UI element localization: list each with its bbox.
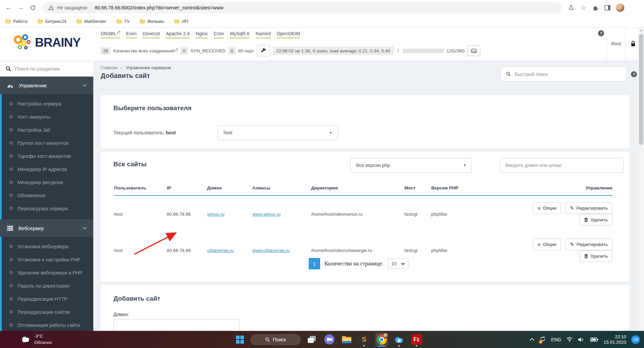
quick-search[interactable]	[501, 67, 627, 82]
per-page-select[interactable]: 10	[388, 259, 408, 269]
bookmark-folder[interactable]: TV	[116, 19, 130, 24]
delete-button[interactable]: Удалить	[580, 250, 612, 262]
current-user-root[interactable]: Root	[607, 41, 625, 46]
sidebar-item-host-groups[interactable]: Группы хост-аккаунтов	[2, 136, 93, 149]
bookmark-star-icon[interactable]: ☆	[580, 4, 587, 11]
nav-exim[interactable]: Exim	[126, 31, 137, 38]
alias-link[interactable]: www.serius.ru	[252, 212, 281, 217]
bookmark-folder[interactable]: MailSender	[77, 19, 106, 24]
scrollbar-thumb[interactable]	[639, 34, 643, 145]
options-button[interactable]: ≡Опции	[533, 202, 561, 214]
search-icon	[506, 72, 511, 77]
connections-label[interactable]: Количество всех соединений	[113, 48, 178, 53]
battery-icon[interactable]	[590, 337, 598, 342]
search-help-icon[interactable]: ?	[631, 71, 637, 77]
tray-time: 22:10	[603, 334, 626, 340]
start-button[interactable]	[234, 334, 246, 345]
sidebar-item-directory-password[interactable]: Пароль на директорию	[2, 279, 93, 292]
domain-link[interactable]: urbasergei.ru	[207, 248, 234, 253]
sidebar-panel-icon[interactable]	[604, 4, 611, 11]
weather-widget[interactable]: -3°C Облачно	[20, 333, 52, 346]
nav-apache[interactable]: Apache 2.4	[166, 31, 190, 38]
language-indicator[interactable]: ENG	[551, 337, 561, 342]
caret-down-icon: ▼	[463, 164, 466, 167]
address-bar[interactable]: Не защищено | 80.66.78.66:8002/index.php…	[43, 2, 561, 13]
sidebar-item-site-redirect[interactable]: Переадресация сайтов	[2, 305, 93, 318]
nav-opendkim[interactable]: OpenDKIM	[277, 31, 300, 38]
domain-link[interactable]: serius.ru	[207, 212, 225, 217]
extensions-icon[interactable]	[592, 4, 599, 11]
wifi-icon[interactable]	[566, 337, 573, 342]
alias-link[interactable]: www.urbasergei.ru	[252, 248, 290, 253]
task-view-button[interactable]	[305, 333, 318, 347]
sidebar-section-webserver[interactable]: Вебсервер	[0, 219, 93, 237]
sync-tray-icon[interactable]	[539, 336, 546, 343]
clock[interactable]: 22:10 15.01.2023	[603, 334, 626, 345]
sidebar-item-server-settings[interactable]: Настройка сервера	[2, 97, 93, 110]
sidebar-item-jail-settings[interactable]: Настройка Jail	[2, 123, 93, 136]
card-title: Все сайты	[113, 161, 147, 168]
domain-filter-input[interactable]	[500, 158, 624, 173]
share-icon[interactable]	[567, 4, 575, 11]
sidebar-item-host-tariffs[interactable]: Тарифы хост-аккаунтов	[2, 149, 93, 163]
sidebar-search[interactable]	[0, 61, 93, 77]
sidebar-search-input[interactable]	[15, 66, 82, 72]
refresh-icon[interactable]	[28, 2, 38, 13]
bookmark-folder[interactable]: Битрикс24	[38, 19, 66, 24]
edit-button[interactable]: ✎Редактировать	[565, 202, 612, 214]
cloud-app-button[interactable]	[393, 333, 405, 347]
wrench-button[interactable]	[257, 45, 270, 56]
notification-badge[interactable]: 28	[631, 335, 640, 344]
sidebar-item-server-reboot[interactable]: Перезагрузка сервера	[2, 202, 93, 215]
sidebar-item-site-optimization[interactable]: Оптимизация работы сайта	[2, 318, 93, 331]
new-domain-input[interactable]	[113, 319, 239, 331]
sidebar-item-resource-manager[interactable]: Менеджер ресурсов	[2, 176, 93, 189]
delete-button[interactable]: Удалить	[580, 214, 612, 226]
bookmark-folder[interactable]: Фильмы	[140, 19, 164, 24]
sidebar-item-http-redirect[interactable]: Переадресация HTTP	[2, 292, 93, 305]
lock-icon[interactable]	[630, 40, 636, 48]
bookmark-folder[interactable]: Работа	[5, 19, 28, 24]
nav-dnsbl[interactable]: DNSBL	[101, 31, 120, 38]
breadcrumb-home[interactable]: Главная	[101, 65, 117, 70]
nav-named[interactable]: Named	[256, 31, 271, 38]
taskbar-search[interactable]: Поиск	[250, 334, 301, 345]
php-version-select[interactable]: Все версии php ▼	[350, 158, 472, 173]
back-icon[interactable]: ←	[3, 2, 14, 13]
options-button[interactable]: ≡Опции	[533, 238, 561, 250]
user-select[interactable]: host ▼	[218, 125, 338, 140]
filezilla-button[interactable]: Fz	[410, 333, 423, 347]
cell-ip: 80.66.78.66	[167, 195, 207, 232]
folder-icon	[140, 19, 145, 24]
sidebar-item-webserver-install[interactable]: Установка вебсервера	[2, 240, 93, 253]
bookmark-folder[interactable]: ИП	[174, 19, 188, 24]
forward-icon[interactable]: →	[15, 2, 26, 13]
chat-button[interactable]	[323, 333, 336, 347]
breadcrumb-current: Управление сервером	[126, 65, 171, 70]
volume-icon[interactable]	[578, 337, 585, 342]
nav-dovecot[interactable]: Dovecot	[143, 31, 160, 38]
edit-button[interactable]: ✎Редактировать	[565, 238, 612, 250]
brainy-logo[interactable]: BRAINY	[11, 33, 81, 52]
header-help-icon[interactable]: ?	[598, 30, 604, 36]
profile-avatar[interactable]	[616, 3, 625, 12]
file-explorer-button[interactable]	[340, 333, 353, 347]
sublime-button[interactable]: S	[358, 333, 370, 347]
nav-nginx[interactable]: Nginx	[196, 31, 208, 38]
sidebar-item-ip-manager[interactable]: Менеджер IP адресов	[2, 163, 93, 176]
page-1-button[interactable]: 1	[309, 258, 320, 269]
nav-cron[interactable]: Cron	[214, 31, 224, 38]
sidebar-item-webserver-remove[interactable]: Удаление вебсервера и PHP	[2, 266, 93, 279]
sidebar-section-management[interactable]: Управление	[0, 77, 93, 94]
quick-search-input[interactable]	[515, 72, 609, 77]
sidebar-item-update[interactable]: Обновление	[2, 189, 93, 202]
scroll-up-icon[interactable]: ▲	[638, 28, 644, 33]
disk-button[interactable]	[467, 45, 480, 56]
chevron-down-icon	[83, 227, 87, 229]
page-scrollbar[interactable]: ▲	[638, 28, 644, 331]
chevron-up-icon[interactable]	[530, 338, 534, 341]
chrome-button[interactable]	[375, 333, 388, 347]
sidebar-item-host-accounts[interactable]: Хост-аккаунты	[2, 110, 93, 123]
nav-mysql[interactable]: MySql5.6	[230, 31, 249, 38]
sidebar-item-php-setup[interactable]: Установка и настройка PHP	[2, 253, 93, 266]
